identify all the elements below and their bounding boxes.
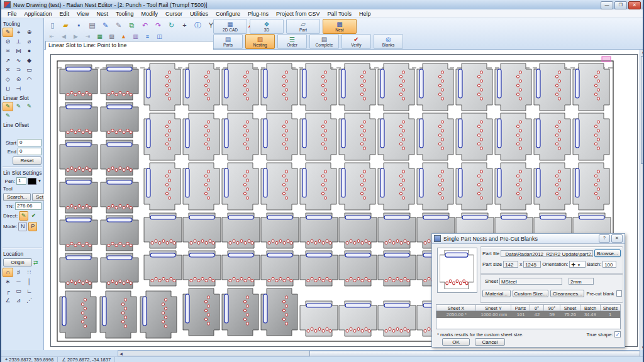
direct-icon-1[interactable]: ✎ bbox=[19, 211, 28, 221]
pen-dropdown-arrow-icon[interactable]: ▼ bbox=[38, 179, 42, 183]
tool-icon-17[interactable]: ⊙ bbox=[13, 75, 24, 84]
result-row[interactable]: 2050.00 *1000.00 mm101425975.2634.491 bbox=[436, 311, 620, 318]
nest-part[interactable] bbox=[60, 253, 97, 288]
nest-part[interactable] bbox=[339, 163, 375, 210]
nest-part[interactable] bbox=[339, 113, 375, 160]
workflow-3d-button[interactable]: ❖3D bbox=[250, 19, 284, 34]
tool-icon-13[interactable]: ✕ bbox=[3, 65, 13, 75]
tool-icon-3[interactable]: ⊕ bbox=[24, 28, 35, 37]
nest-part[interactable] bbox=[144, 113, 180, 160]
nest-part[interactable] bbox=[60, 65, 97, 100]
nest-part[interactable] bbox=[144, 251, 182, 286]
nest-part[interactable] bbox=[222, 163, 258, 210]
nest-part[interactable] bbox=[261, 163, 297, 210]
nest-part[interactable] bbox=[378, 113, 414, 160]
nest-part[interactable] bbox=[100, 291, 136, 338]
direct-icon-2[interactable]: ✔ bbox=[29, 211, 38, 221]
scroll-up-icon[interactable]: ▲ bbox=[641, 50, 644, 55]
workflow-order-button[interactable]: ☰Order bbox=[277, 34, 307, 49]
part-size-x-field[interactable]: 142 bbox=[503, 261, 518, 268]
nest-part[interactable] bbox=[222, 63, 258, 111]
first-sheet-icon[interactable]: ⇤ bbox=[47, 33, 57, 41]
nest-part[interactable] bbox=[183, 288, 219, 336]
nest-part[interactable] bbox=[300, 251, 338, 286]
menu-tooling[interactable]: Tooling bbox=[112, 10, 138, 18]
nest-part[interactable] bbox=[261, 63, 297, 111]
nest-part[interactable] bbox=[60, 291, 96, 338]
nest-part[interactable] bbox=[300, 113, 336, 160]
nest-part[interactable] bbox=[339, 251, 377, 286]
nest-part[interactable] bbox=[378, 163, 414, 210]
snap-icon-7[interactable]: ┌ bbox=[3, 287, 13, 296]
custom-size-button[interactable]: Custom Size... bbox=[513, 290, 549, 297]
tool-icon-14[interactable]: ⊃ bbox=[13, 65, 24, 75]
sheet-material-field[interactable]: MSteel bbox=[499, 278, 562, 285]
nest-part[interactable] bbox=[378, 251, 416, 286]
redo-icon[interactable]: ↷ bbox=[152, 19, 164, 31]
nest-part[interactable] bbox=[261, 288, 297, 336]
print-icon[interactable]: ▤ bbox=[86, 19, 98, 31]
last-sheet-icon[interactable]: ⇥ bbox=[82, 33, 93, 41]
column-header-batch[interactable]: Batch bbox=[580, 304, 601, 311]
nest-part[interactable] bbox=[101, 216, 138, 251]
end-input[interactable]: 0 bbox=[18, 148, 42, 155]
open-icon[interactable]: ▰ bbox=[60, 19, 72, 31]
tool-icon-19[interactable]: ⊔ bbox=[3, 84, 13, 94]
next-sheet-icon[interactable]: ▶ bbox=[70, 33, 81, 41]
menu-help[interactable]: Help bbox=[355, 10, 375, 18]
nest-part[interactable] bbox=[300, 63, 336, 111]
ok-button[interactable]: OK bbox=[442, 338, 470, 346]
edit-pencil-icon[interactable]: ✎ bbox=[99, 19, 111, 31]
nest-part[interactable] bbox=[300, 213, 338, 248]
pen-icon[interactable]: ✎ bbox=[113, 19, 125, 31]
tool-icon-6[interactable]: ⌀ bbox=[24, 37, 35, 47]
cancel-button[interactable]: Cancel bbox=[475, 338, 505, 346]
nest-part[interactable] bbox=[222, 113, 258, 160]
nest-part[interactable] bbox=[534, 63, 570, 111]
tool-icon-7[interactable]: ≍ bbox=[3, 47, 13, 56]
nest-part[interactable] bbox=[456, 163, 492, 210]
snap-icon-11[interactable]: ⊿ bbox=[13, 296, 24, 305]
menu-edit[interactable]: Edit bbox=[56, 10, 74, 18]
snap-icon-8[interactable]: ▭ bbox=[13, 287, 24, 296]
nest-part[interactable] bbox=[456, 63, 492, 111]
horizontal-scrollbar[interactable]: ◀ bbox=[118, 350, 640, 356]
precut-blank-checkbox[interactable] bbox=[616, 290, 622, 297]
save-icon[interactable]: ▪ bbox=[73, 19, 85, 31]
start-input[interactable]: 0 bbox=[18, 139, 42, 146]
workflow-nesting-button[interactable]: ▧Nesting bbox=[245, 34, 275, 49]
snap-icon-10[interactable]: ∠ bbox=[3, 296, 13, 305]
nest-part[interactable] bbox=[495, 163, 531, 210]
browse-button[interactable]: Browse... bbox=[594, 250, 621, 257]
snap-icon-12[interactable]: ⋰ bbox=[24, 296, 35, 305]
window-icon[interactable]: ▨ bbox=[106, 33, 117, 41]
undo-icon[interactable]: ↶ bbox=[139, 19, 151, 31]
prev-sheet-icon[interactable]: ◀ bbox=[58, 33, 69, 41]
nest-part[interactable] bbox=[101, 65, 138, 100]
tool-icon-18[interactable]: ◠ bbox=[24, 75, 35, 84]
table-icon[interactable]: ▦ bbox=[94, 33, 105, 41]
menu-plug-ins[interactable]: Plug-Ins bbox=[244, 10, 272, 18]
new-icon[interactable]: ▯ bbox=[47, 19, 58, 31]
nest-part[interactable] bbox=[144, 63, 180, 111]
sheet-thickness-field[interactable]: 2mm bbox=[569, 278, 594, 285]
origin-button[interactable]: Origin bbox=[3, 258, 32, 266]
nest-part[interactable] bbox=[534, 113, 570, 160]
nest-part[interactable] bbox=[339, 63, 375, 111]
split-view-icon[interactable]: ◫ bbox=[154, 33, 165, 41]
nest-part[interactable] bbox=[183, 213, 221, 248]
nest-part[interactable] bbox=[573, 63, 609, 111]
menu-project-from-csv[interactable]: Project from CSV bbox=[272, 10, 324, 18]
tool-icon-9[interactable]: ● bbox=[24, 47, 35, 56]
nest-part[interactable] bbox=[60, 178, 97, 213]
nest-part[interactable] bbox=[456, 113, 492, 160]
nest-part[interactable] bbox=[222, 213, 260, 248]
workflow-nest-button[interactable]: ▩Nest bbox=[323, 19, 357, 34]
column-header-sheet[interactable]: Sheet bbox=[560, 304, 580, 311]
snap-icon-5[interactable]: ─ bbox=[13, 277, 24, 287]
pen-color-swatch[interactable] bbox=[28, 178, 36, 185]
nest-part[interactable] bbox=[60, 216, 97, 251]
nest-part[interactable] bbox=[101, 253, 138, 288]
nest-part[interactable] bbox=[222, 251, 260, 286]
menu-modify[interactable]: Modify bbox=[137, 10, 162, 18]
